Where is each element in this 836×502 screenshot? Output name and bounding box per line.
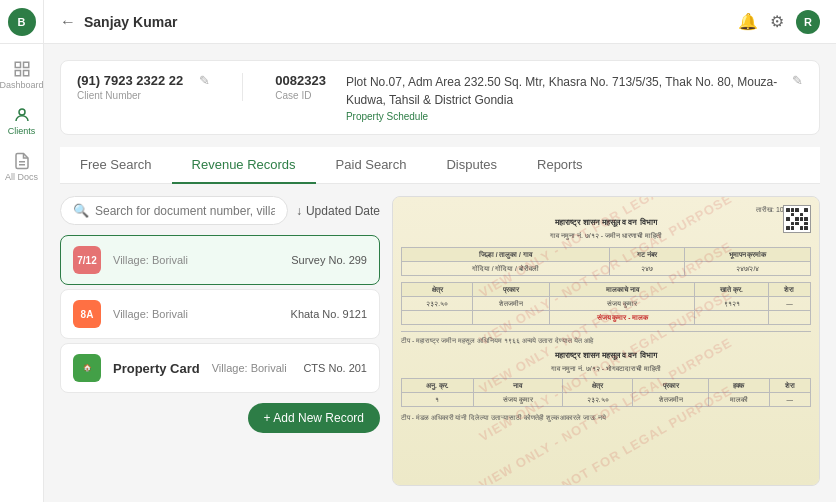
search-filter-row: 🔍 ↓ Updated Date	[60, 196, 380, 225]
doc-qr-code	[783, 205, 811, 233]
doc-table-2: क्षेत्रप्रकारमालकाचे नावखाते क्र.शेरा २३…	[401, 282, 811, 325]
case-info: 0082323 Case ID	[275, 73, 326, 101]
logo-circle: B	[8, 8, 36, 36]
record-badge: 7/12	[73, 246, 101, 274]
record-item[interactable]: 🏠 Property Card Village: Borivali CTS No…	[60, 343, 380, 393]
record-badge: 🏠	[73, 354, 101, 382]
sidebar-nav: Dashboard Clients All Docs	[0, 44, 43, 190]
doc-inner: तारीख: 10.11.2023 महाराष्ट्र शासन महसूल …	[393, 197, 819, 485]
filter-label: Updated Date	[306, 204, 380, 218]
svg-point-4	[19, 109, 25, 115]
search-box[interactable]: 🔍	[60, 196, 288, 225]
tab-disputes[interactable]: Disputes	[426, 147, 517, 184]
client-info: (91) 7923 2322 22 Client Number	[77, 73, 183, 101]
settings-icon[interactable]: ⚙	[770, 12, 784, 31]
sidebar-item-label: Dashboard	[0, 80, 44, 90]
main-content: ← Sanjay Kumar 🔔 ⚙ R (91) 7923 2322 22 C…	[44, 0, 836, 502]
topbar: ← Sanjay Kumar 🔔 ⚙ R	[44, 0, 836, 44]
record-ref: CTS No. 201	[303, 362, 367, 374]
svg-rect-2	[15, 71, 20, 76]
content-area: (91) 7923 2322 22 Client Number ✎ 008232…	[44, 44, 836, 502]
property-schedule-label: Property Schedule	[346, 111, 792, 122]
divider	[242, 73, 243, 101]
logo: B	[0, 0, 44, 44]
client-card: (91) 7923 2322 22 Client Number ✎ 008232…	[60, 60, 820, 135]
record-village: Village: Borivali	[113, 308, 279, 320]
sidebar-item-label: Clients	[8, 126, 36, 136]
filter-arrow-icon: ↓	[296, 204, 302, 218]
records-area: 🔍 ↓ Updated Date 7/12 Village: Borivali …	[60, 196, 820, 486]
search-input[interactable]	[95, 204, 275, 218]
doc-title: महाराष्ट्र शासन महसूल व वन विभाग	[401, 217, 811, 228]
doc-section2-subtitle: गाव नमुना नं. ७/१२ - भोगवटादाराची माहिती	[401, 364, 811, 374]
bell-icon[interactable]: 🔔	[738, 12, 758, 31]
record-item[interactable]: 7/12 Village: Borivali Survey No. 299	[60, 235, 380, 285]
back-button[interactable]: ←	[60, 13, 76, 31]
tab-revenue-records[interactable]: Revenue Records	[172, 147, 316, 184]
add-new-record-button[interactable]: + Add New Record	[248, 403, 380, 433]
document-preview: तारीख: 10.11.2023 महाराष्ट्र शासन महसूल …	[392, 196, 820, 486]
page-title: Sanjay Kumar	[84, 14, 177, 30]
client-phone-label: Client Number	[77, 90, 183, 101]
sidebar-item-all-docs[interactable]: All Docs	[0, 144, 44, 190]
doc-table-3: अनु. क्र.नावक्षेत्रप्रकारहक्कशेरा १संजय …	[401, 378, 811, 407]
record-item[interactable]: 8A Village: Borivali Khata No. 9121	[60, 289, 380, 339]
svg-rect-0	[15, 62, 20, 67]
doc-subtitle: गाव नमुना नं. ७/१२ - जमीन धारणाची माहिती	[401, 231, 811, 241]
case-id: 0082323	[275, 73, 326, 88]
edit-client-icon[interactable]: ✎	[199, 73, 210, 88]
doc-footer-note: टीप - मंडळ अधिकारी यांनी दिलेल्या उताऱ्य…	[401, 413, 811, 422]
svg-rect-3	[23, 71, 28, 76]
section-divider	[401, 331, 811, 332]
record-badge: 8A	[73, 300, 101, 328]
tab-free-search[interactable]: Free Search	[60, 147, 172, 184]
record-ref: Survey No. 299	[291, 254, 367, 266]
topbar-left: ← Sanjay Kumar	[60, 13, 177, 31]
record-ref: Khata No. 9121	[291, 308, 367, 320]
sidebar-item-label: All Docs	[5, 172, 38, 182]
sidebar-item-dashboard[interactable]: Dashboard	[0, 52, 44, 98]
edit-property-icon[interactable]: ✎	[792, 73, 803, 88]
property-address: Plot No.07, Adm Area 232.50 Sq. Mtr, Kha…	[346, 73, 792, 109]
property-info: Plot No.07, Adm Area 232.50 Sq. Mtr, Kha…	[346, 73, 792, 122]
sidebar: B Dashboard Clients All Docs	[0, 0, 44, 502]
doc-notice: टीप - महाराष्ट्र जमीन महसूल अधिनियम १९६६…	[401, 336, 811, 346]
record-village: Village: Borivali	[113, 254, 279, 266]
record-village: Village: Borivali	[212, 362, 292, 374]
record-name: Property Card	[113, 361, 200, 376]
user-avatar[interactable]: R	[796, 10, 820, 34]
doc-section2-title: महाराष्ट्र शासन महसूल व वन विभाग	[401, 350, 811, 361]
sidebar-item-clients[interactable]: Clients	[0, 98, 44, 144]
tab-reports[interactable]: Reports	[517, 147, 603, 184]
filter-button[interactable]: ↓ Updated Date	[296, 204, 380, 218]
case-id-label: Case ID	[275, 90, 326, 101]
record-list: 7/12 Village: Borivali Survey No. 299 8A…	[60, 235, 380, 393]
doc-table-1: जिल्हा / तालुका / गाव गट नंबर भूमापन क्र…	[401, 247, 811, 276]
records-left-panel: 🔍 ↓ Updated Date 7/12 Village: Borivali …	[60, 196, 380, 486]
client-phone: (91) 7923 2322 22	[77, 73, 183, 88]
topbar-right: 🔔 ⚙ R	[738, 10, 820, 34]
doc-date: तारीख: 10.11.2023	[401, 205, 811, 215]
tab-paid-search[interactable]: Paid Search	[316, 147, 427, 184]
search-icon: 🔍	[73, 203, 89, 218]
doc-content: तारीख: 10.11.2023 महाराष्ट्र शासन महसूल …	[393, 197, 819, 485]
svg-rect-1	[23, 62, 28, 67]
tabs-container: Free Search Revenue Records Paid Search …	[60, 147, 820, 184]
